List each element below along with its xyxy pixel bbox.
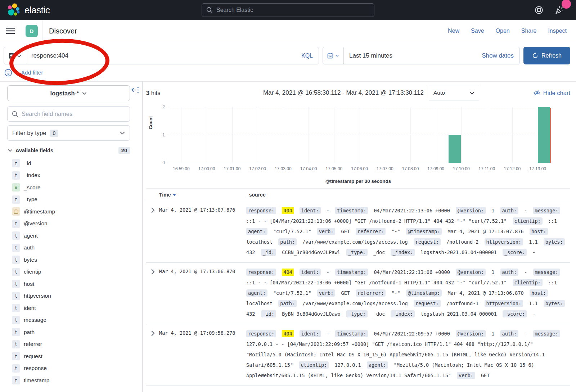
field-value: - bbox=[524, 331, 527, 337]
sort-desc-icon bbox=[172, 194, 176, 196]
field-item-path[interactable]: tpath bbox=[7, 326, 134, 338]
chart-plot-area[interactable]: 012 bbox=[168, 107, 550, 163]
expand-row-button[interactable] bbox=[146, 329, 159, 336]
time-column-header[interactable]: Time bbox=[159, 192, 246, 198]
field-item-referrer[interactable]: treferrer bbox=[7, 338, 134, 351]
field-value: "curl/7.52.1" bbox=[273, 290, 311, 296]
field-search-input[interactable] bbox=[22, 111, 125, 117]
field-item-auth[interactable]: tauth bbox=[7, 242, 134, 254]
doc-timestamp: Mar 4, 2021 @ 17:13:07.876 bbox=[159, 206, 246, 213]
discover-sidebar: logstash-* Filter by type 0 Available fi… bbox=[0, 82, 143, 392]
field-item-response[interactable]: tresponse bbox=[7, 362, 134, 375]
interval-value: Auto bbox=[433, 90, 445, 96]
field-item-_index[interactable]: t_index bbox=[7, 170, 134, 182]
refresh-button[interactable]: Refresh bbox=[523, 47, 570, 64]
index-pattern-select[interactable]: logstash-* bbox=[7, 85, 130, 101]
help-icon[interactable] bbox=[534, 5, 544, 15]
field-name: _index bbox=[24, 172, 40, 179]
nav-link-open[interactable]: Open bbox=[496, 28, 510, 34]
field-item-ident[interactable]: tident bbox=[7, 302, 134, 314]
query-input[interactable] bbox=[26, 52, 296, 59]
highlighted-value: 404 bbox=[282, 207, 293, 214]
field-item-@timestamp[interactable]: @timestamp bbox=[7, 206, 134, 218]
string-field-type-icon: t bbox=[12, 292, 20, 300]
field-name-badge: bytes: bbox=[544, 300, 565, 307]
field-name-badge: _index: bbox=[391, 249, 415, 256]
field-name-badge: verb: bbox=[457, 372, 475, 379]
v-gridline bbox=[334, 107, 334, 163]
field-item-_id[interactable]: t_id bbox=[7, 157, 134, 170]
string-field-type-icon: t bbox=[12, 328, 20, 336]
doc-timestamp: Mar 4, 2021 @ 17:09:58.278 bbox=[159, 329, 246, 336]
date-field-type-icon bbox=[12, 207, 20, 216]
hide-chart-label: Hide chart bbox=[543, 90, 570, 96]
x-axis-label: @timestamp per 30 seconds bbox=[146, 179, 570, 184]
time-range-value[interactable]: Last 15 minutes bbox=[344, 52, 392, 59]
global-search[interactable] bbox=[202, 3, 374, 17]
field-item-request[interactable]: trequest bbox=[7, 350, 134, 362]
nav-link-inspect[interactable]: Inspect bbox=[548, 28, 567, 34]
field-value: 04/Mar/2021:22:13:06 +0000 bbox=[374, 208, 450, 213]
field-value: /var/www/example.com/logs/access.log bbox=[302, 239, 408, 245]
date-quick-select-button[interactable] bbox=[323, 47, 344, 64]
show-dates-button[interactable]: Show dates bbox=[482, 52, 519, 59]
field-item-bytes[interactable]: tbytes bbox=[7, 254, 134, 266]
interval-select[interactable]: Auto bbox=[429, 86, 479, 100]
x-tick-17:00:00: 17:00:00 bbox=[198, 166, 215, 171]
collapse-sidebar-button[interactable] bbox=[131, 87, 139, 93]
chart-time-range: Mar 4, 2021 @ 16:58:30.112 - Mar 4, 2021… bbox=[263, 89, 424, 96]
field-item-clientip[interactable]: tclientip bbox=[7, 266, 134, 278]
saved-query-button[interactable] bbox=[4, 47, 26, 64]
field-name: agent bbox=[24, 233, 38, 239]
chevron-down-icon bbox=[82, 92, 87, 95]
field-value: 1 bbox=[491, 208, 494, 213]
string-field-type-icon: t bbox=[12, 244, 20, 252]
field-name-badge: timestamp: bbox=[335, 330, 368, 337]
field-item-_score[interactable]: #_score bbox=[7, 181, 134, 194]
filter-by-type-select[interactable]: Filter by type 0 bbox=[7, 125, 130, 141]
field-search-box[interactable] bbox=[7, 106, 130, 122]
field-name-badge: _id: bbox=[261, 249, 276, 256]
y-tick-1: 1 bbox=[162, 132, 165, 138]
field-item-timestamp[interactable]: ttimestamp bbox=[7, 374, 134, 387]
discover-app-badge[interactable]: D bbox=[26, 25, 38, 37]
field-name-badge: ident: bbox=[300, 269, 321, 276]
x-tick-17:03:00: 17:03:00 bbox=[275, 166, 292, 171]
field-name: httpversion bbox=[24, 293, 51, 299]
field-name-badge: agent: bbox=[367, 361, 388, 369]
field-value: - bbox=[327, 269, 329, 275]
field-item-@version[interactable]: t@version bbox=[7, 218, 134, 230]
global-search-input[interactable] bbox=[216, 7, 370, 13]
field-value: logstash-2021.03.04-000001 bbox=[421, 249, 497, 255]
field-value: Mar 4, 2021 @ 17:13:07.876 bbox=[447, 229, 523, 234]
chevron-down-icon bbox=[120, 131, 125, 135]
nav-link-new[interactable]: New bbox=[448, 28, 459, 34]
main-menu-button[interactable] bbox=[0, 20, 21, 42]
histogram-bar-17:13:00[interactable] bbox=[538, 107, 550, 163]
x-tick-17:04:00: 17:04:00 bbox=[300, 166, 317, 171]
v-gridline bbox=[360, 107, 360, 163]
add-filter-button[interactable]: + Add filter bbox=[17, 69, 43, 76]
v-gridline bbox=[410, 107, 411, 163]
nav-link-save[interactable]: Save bbox=[471, 28, 484, 34]
field-name-badge: @version: bbox=[456, 269, 486, 276]
field-name-badge: @timestamp: bbox=[406, 289, 442, 297]
field-item-agent[interactable]: tagent bbox=[7, 230, 134, 242]
field-item-_type[interactable]: t_type bbox=[7, 194, 134, 206]
available-fields-header[interactable]: Available fields 20 bbox=[7, 147, 130, 154]
expand-row-button[interactable] bbox=[146, 206, 159, 213]
field-item-httpversion[interactable]: thttpversion bbox=[7, 290, 134, 302]
filter-icon[interactable] bbox=[4, 69, 12, 77]
hide-chart-button[interactable]: Hide chart bbox=[533, 89, 570, 96]
v-gridline bbox=[232, 107, 233, 163]
histogram-bar-17:09:30[interactable] bbox=[449, 135, 461, 163]
kql-language-button[interactable]: KQL bbox=[296, 53, 319, 59]
collapse-sidebar-icon bbox=[131, 87, 139, 93]
expand-row-button[interactable] bbox=[146, 267, 159, 275]
query-input-group: KQL bbox=[4, 47, 319, 64]
nav-link-share[interactable]: Share bbox=[521, 28, 537, 34]
available-fields-count: 20 bbox=[118, 147, 130, 154]
y-tick-0: 0 bbox=[162, 160, 165, 165]
field-item-message[interactable]: tmessage bbox=[7, 314, 134, 326]
field-item-host[interactable]: thost bbox=[7, 278, 134, 290]
